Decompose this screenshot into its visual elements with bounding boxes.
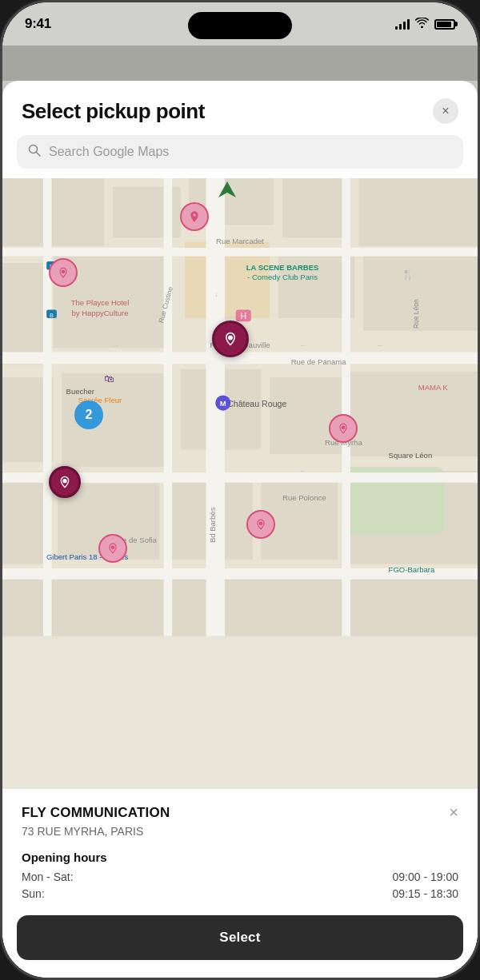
svg-line-1 <box>37 153 41 157</box>
svg-text:Bd Barbès: Bd Barbès <box>208 507 217 543</box>
svg-rect-30 <box>164 178 173 636</box>
svg-text:Buecher: Buecher <box>66 387 95 396</box>
svg-point-75 <box>111 546 115 550</box>
status-icons <box>395 18 455 30</box>
svg-text:LA SCENE BARBES: LA SCENE BARBES <box>246 263 319 272</box>
close-sheet-button[interactable]: × <box>433 98 458 124</box>
svg-rect-18 <box>2 480 49 564</box>
location-address: 73 RUE MYRHA, PARIS <box>22 825 458 838</box>
svg-text:🍴: 🍴 <box>402 269 414 281</box>
signal-bars-icon <box>395 18 410 30</box>
opening-hours-title: Opening hours <box>22 851 458 864</box>
status-bar: 9:41 <box>2 2 478 46</box>
status-time: 9:41 <box>25 16 51 32</box>
svg-marker-77 <box>218 181 236 197</box>
phone-frame: 9:41 <box>0 0 480 980</box>
svg-rect-17 <box>350 372 478 456</box>
green-location-icon <box>218 181 236 205</box>
svg-text:- Comedy Club Paris: - Comedy Club Paris <box>247 273 318 281</box>
weekday-time: 09:00 - 19:00 <box>392 870 458 883</box>
svg-rect-25 <box>2 248 478 257</box>
svg-rect-32 <box>342 178 350 636</box>
svg-text:←: ← <box>299 341 306 349</box>
map-svg: Rue Marcadet Rue Léon Rue Doudeauville R… <box>2 178 478 636</box>
map-pin-3[interactable] <box>212 321 249 357</box>
weekday-label: Mon - Sat: <box>22 870 74 883</box>
map-pin-5[interactable] <box>329 414 358 443</box>
svg-text:🛍: 🛍 <box>104 372 114 384</box>
svg-text:→: → <box>113 341 119 349</box>
svg-text:Square Léon: Square Léon <box>389 451 433 460</box>
svg-text:FGO-Barbara: FGO-Barbara <box>389 565 435 574</box>
svg-point-71 <box>62 270 66 274</box>
app-top-bar <box>2 46 478 81</box>
svg-rect-6 <box>282 178 350 237</box>
hours-row-weekday: Mon - Sat: 09:00 - 19:00 <box>22 870 458 883</box>
svg-rect-12 <box>363 254 478 330</box>
map-pin-2[interactable] <box>49 258 78 287</box>
svg-rect-29 <box>43 178 52 636</box>
svg-text:→: → <box>376 341 382 349</box>
battery-icon <box>434 19 455 30</box>
svg-rect-8 <box>2 263 45 365</box>
svg-text:M: M <box>220 399 226 408</box>
svg-text:MAMA K: MAMA K <box>418 383 449 392</box>
sheet-header: Select pickup point × <box>2 81 478 135</box>
dynamic-island <box>188 12 292 39</box>
svg-text:H: H <box>240 311 246 321</box>
map-pin-4[interactable] <box>49 466 81 498</box>
location-name: FLY COMMUNICATION <box>22 805 170 821</box>
svg-text:Rue Léon: Rue Léon <box>412 299 420 329</box>
sheet-title: Select pickup point <box>22 99 205 124</box>
search-icon <box>28 144 41 160</box>
svg-point-76 <box>259 522 263 526</box>
info-close-button[interactable]: × <box>449 803 458 822</box>
hours-row-sunday: Sun: 09:15 - 18:30 <box>22 887 458 900</box>
app-background: Select pickup point × Search Google Maps <box>2 46 478 978</box>
map-pin-7[interactable] <box>246 510 275 539</box>
svg-text:B: B <box>50 312 54 319</box>
map-pin-1[interactable] <box>180 202 209 231</box>
bottom-sheet: Select pickup point × Search Google Maps <box>2 81 478 978</box>
cluster-badge[interactable]: 2 <box>74 400 103 429</box>
svg-text:Rue Polonce: Rue Polonce <box>282 493 326 502</box>
svg-rect-23 <box>2 577 478 636</box>
info-panel: FLY COMMUNICATION × 73 RUE MYRHA, PARIS … <box>2 789 478 904</box>
svg-text:Rue de Panama: Rue de Panama <box>291 357 347 366</box>
svg-text:The Playce Hotel: The Playce Hotel <box>71 298 130 307</box>
search-bar[interactable]: Search Google Maps <box>17 135 463 169</box>
select-button[interactable]: Select <box>17 915 463 960</box>
svg-text:Château Rouge: Château Rouge <box>227 399 286 408</box>
info-header: FLY COMMUNICATION × <box>22 805 458 822</box>
map-pin-6[interactable] <box>98 534 127 563</box>
svg-text:Rue Marcadet: Rue Marcadet <box>216 237 264 245</box>
select-btn-container: Select <box>2 904 478 978</box>
svg-text:←: ← <box>299 467 306 475</box>
svg-text:↓: ↓ <box>214 290 218 298</box>
svg-text:by HappyCulture: by HappyCulture <box>71 309 128 317</box>
sunday-time: 09:15 - 18:30 <box>392 887 458 900</box>
svg-point-73 <box>62 479 66 483</box>
svg-point-72 <box>228 336 233 341</box>
phone-screen: 9:41 <box>2 2 478 978</box>
wifi-icon <box>415 18 429 30</box>
search-input-placeholder: Search Google Maps <box>49 145 169 159</box>
svg-rect-3 <box>2 178 104 246</box>
svg-rect-7 <box>359 178 478 246</box>
map-container[interactable]: Rue Marcadet Rue Léon Rue Doudeauville R… <box>2 178 478 789</box>
sunday-label: Sun: <box>22 887 45 900</box>
svg-point-74 <box>342 426 346 430</box>
